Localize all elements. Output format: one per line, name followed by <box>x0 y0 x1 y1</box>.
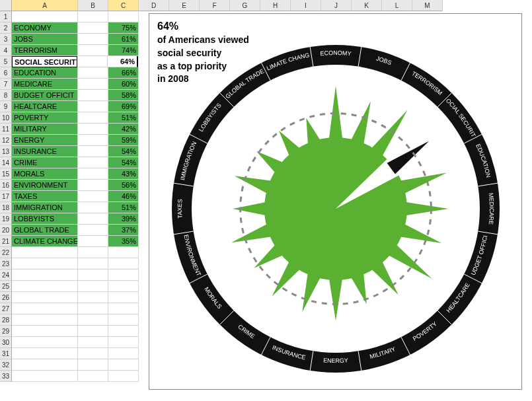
cell-c-7[interactable]: 60% <box>108 79 139 90</box>
row-header-31[interactable]: 31 <box>0 348 12 359</box>
cell-c-21[interactable]: 35% <box>108 236 139 247</box>
cell-c-30[interactable] <box>108 337 139 348</box>
cell-b-31[interactable] <box>78 348 108 359</box>
cell-c-20[interactable]: 37% <box>108 225 139 236</box>
col-header-G[interactable]: G <box>230 0 260 11</box>
cell-a-31[interactable] <box>12 348 78 359</box>
col-header-J[interactable]: J <box>321 0 352 11</box>
cell-c-9[interactable]: 69% <box>108 101 139 112</box>
cell-b-22[interactable] <box>78 247 108 258</box>
row-header-8[interactable]: 8 <box>0 90 12 101</box>
row-header-9[interactable]: 9 <box>0 101 12 112</box>
cell-b-27[interactable] <box>78 303 108 314</box>
row-header-21[interactable]: 21 <box>0 236 12 247</box>
cell-b-21[interactable] <box>78 236 108 247</box>
cell-b-19[interactable] <box>78 213 108 225</box>
row-header-23[interactable]: 23 <box>0 258 12 270</box>
col-header-F[interactable]: F <box>200 0 230 11</box>
row-header-24[interactable]: 24 <box>0 270 12 281</box>
cell-c-16[interactable]: 56% <box>108 180 139 191</box>
cell-c-27[interactable] <box>108 303 139 314</box>
cell-a-6[interactable]: EDUCATION <box>12 67 78 79</box>
cell-c-8[interactable]: 58% <box>108 90 139 101</box>
cell-a-27[interactable] <box>12 303 78 314</box>
cell-a-14[interactable]: CRIME <box>12 157 78 168</box>
cell-b-4[interactable] <box>78 45 108 56</box>
cell-a-1[interactable] <box>12 11 78 22</box>
cell-b-24[interactable] <box>78 270 108 281</box>
cell-b-7[interactable] <box>78 79 108 90</box>
cell-b-25[interactable] <box>78 281 108 292</box>
cell-a-11[interactable]: MILITARY <box>12 124 78 135</box>
cell-a-15[interactable]: MORALS <box>12 168 78 180</box>
cell-c-10[interactable]: 51% <box>108 112 139 124</box>
row-header-26[interactable]: 26 <box>0 292 12 303</box>
cell-a-33[interactable] <box>12 371 78 382</box>
row-header-1[interactable]: 1 <box>0 11 12 22</box>
cell-a-24[interactable] <box>12 270 78 281</box>
cell-b-29[interactable] <box>78 326 108 337</box>
cell-b-3[interactable] <box>78 34 108 45</box>
cell-b-28[interactable] <box>78 314 108 326</box>
cell-a-17[interactable]: TAXES <box>12 191 78 202</box>
cell-b-23[interactable] <box>78 258 108 270</box>
cell-a-23[interactable] <box>12 258 78 270</box>
row-header-17[interactable]: 17 <box>0 191 12 202</box>
cell-c-19[interactable]: 39% <box>108 213 139 225</box>
cell-a-21[interactable]: CLIMATE CHANGE <box>12 236 78 247</box>
row-header-13[interactable]: 13 <box>0 146 12 157</box>
col-header-D[interactable]: D <box>139 0 169 11</box>
row-header-7[interactable]: 7 <box>0 79 12 90</box>
cell-a-25[interactable] <box>12 281 78 292</box>
cell-c-15[interactable]: 43% <box>108 168 139 180</box>
cell-a-29[interactable] <box>12 326 78 337</box>
cell-b-32[interactable] <box>78 359 108 371</box>
cell-b-30[interactable] <box>78 337 108 348</box>
row-header-28[interactable]: 28 <box>0 314 12 326</box>
cell-c-3[interactable]: 61% <box>108 34 139 45</box>
cell-c-28[interactable] <box>108 314 139 326</box>
row-header-15[interactable]: 15 <box>0 168 12 180</box>
col-header-I[interactable]: I <box>291 0 321 11</box>
cell-c-1[interactable] <box>108 11 139 22</box>
cell-c-18[interactable]: 51% <box>108 202 139 213</box>
row-header-32[interactable]: 32 <box>0 359 12 371</box>
cell-a-20[interactable]: GLOBAL TRADE <box>12 225 78 236</box>
row-header-11[interactable]: 11 <box>0 124 12 135</box>
chart-container[interactable]: 64% of Americans viewed social security … <box>149 13 522 390</box>
cell-b-6[interactable] <box>78 67 108 79</box>
cell-b-12[interactable] <box>78 135 108 146</box>
cell-c-17[interactable]: 46% <box>108 191 139 202</box>
row-header-4[interactable]: 4 <box>0 45 12 56</box>
cell-a-30[interactable] <box>12 337 78 348</box>
cell-c-2[interactable]: 75% <box>108 22 139 34</box>
row-header-25[interactable]: 25 <box>0 281 12 292</box>
col-header-B[interactable]: B <box>78 0 108 11</box>
row-header-30[interactable]: 30 <box>0 337 12 348</box>
cell-a-4[interactable]: TERRORISM <box>12 45 78 56</box>
cell-b-18[interactable] <box>78 202 108 213</box>
row-header-20[interactable]: 20 <box>0 225 12 236</box>
cell-c-6[interactable]: 66% <box>108 67 139 79</box>
row-header-18[interactable]: 18 <box>0 202 12 213</box>
row-header-14[interactable]: 14 <box>0 157 12 168</box>
cell-a-10[interactable]: POVERTY <box>12 112 78 124</box>
cell-c-4[interactable]: 74% <box>108 45 139 56</box>
cell-a-3[interactable]: JOBS <box>12 34 78 45</box>
cell-c-14[interactable]: 54% <box>108 157 139 168</box>
col-header-H[interactable]: H <box>260 0 291 11</box>
cell-a-16[interactable]: ENVIRONMENT <box>12 180 78 191</box>
cell-a-18[interactable]: IMMIGRATION <box>12 202 78 213</box>
row-header-2[interactable]: 2 <box>0 22 12 34</box>
cell-a-13[interactable]: INSURANCE <box>12 146 78 157</box>
row-header-33[interactable]: 33 <box>0 371 12 382</box>
row-header-5[interactable]: 5 <box>0 56 12 67</box>
cell-a-22[interactable] <box>12 247 78 258</box>
cell-b-8[interactable] <box>78 90 108 101</box>
row-header-16[interactable]: 16 <box>0 180 12 191</box>
cell-c-29[interactable] <box>108 326 139 337</box>
cell-c-11[interactable]: 42% <box>108 124 139 135</box>
cell-a-28[interactable] <box>12 314 78 326</box>
cell-c-26[interactable] <box>108 292 139 303</box>
cell-c-31[interactable] <box>108 348 139 359</box>
